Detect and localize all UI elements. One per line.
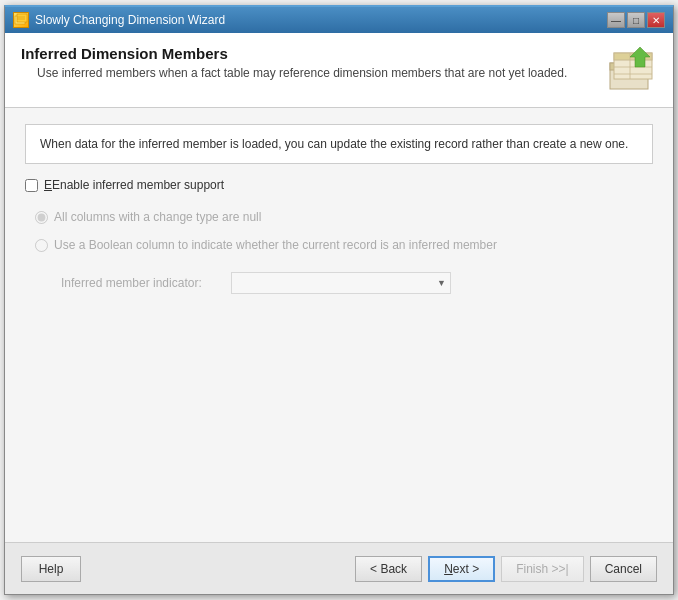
radio-option1-label: All columns with a change type are null (54, 210, 261, 224)
main-window: Slowly Changing Dimension Wizard — □ ✕ I… (4, 5, 674, 595)
radio-option2-label: Use a Boolean column to indicate whether… (54, 238, 497, 252)
radio-option1[interactable] (35, 211, 48, 224)
enable-checkbox-row[interactable]: EEnable inferred member support (25, 178, 653, 192)
footer: Help < Back Next > Finish >>| Cancel (5, 542, 673, 594)
enable-inferred-label[interactable]: EEnable inferred member support (44, 178, 224, 192)
window-icon (13, 12, 29, 28)
info-text: When data for the inferred member is loa… (40, 137, 628, 151)
title-bar-left: Slowly Changing Dimension Wizard (13, 12, 225, 28)
info-box: When data for the inferred member is loa… (25, 124, 653, 164)
title-bar: Slowly Changing Dimension Wizard — □ ✕ (5, 7, 673, 33)
next-button[interactable]: Next > (428, 556, 495, 582)
footer-left: Help (21, 556, 81, 582)
enable-inferred-checkbox[interactable] (25, 179, 38, 192)
header-text: Inferred Dimension Members Use inferred … (21, 45, 592, 80)
footer-right: < Back Next > Finish >>| Cancel (355, 556, 657, 582)
radio-option1-row[interactable]: All columns with a change type are null (35, 210, 653, 224)
header-icon (602, 45, 657, 95)
svg-rect-1 (17, 14, 27, 22)
header-title: Inferred Dimension Members (21, 45, 592, 62)
window-title: Slowly Changing Dimension Wizard (35, 13, 225, 27)
cancel-button[interactable]: Cancel (590, 556, 657, 582)
indicator-dropdown-wrapper[interactable] (231, 272, 451, 294)
help-button[interactable]: Help (21, 556, 81, 582)
restore-button[interactable]: □ (627, 12, 645, 28)
minimize-button[interactable]: — (607, 12, 625, 28)
title-controls: — □ ✕ (607, 12, 665, 28)
indicator-row: Inferred member indicator: (35, 272, 653, 294)
header-section: Inferred Dimension Members Use inferred … (5, 33, 673, 108)
radio-option2[interactable] (35, 239, 48, 252)
finish-button: Finish >>| (501, 556, 583, 582)
close-button[interactable]: ✕ (647, 12, 665, 28)
indicator-label: Inferred member indicator: (61, 276, 221, 290)
radio-group: All columns with a change type are null … (25, 210, 653, 294)
indicator-dropdown[interactable] (231, 272, 451, 294)
back-button[interactable]: < Back (355, 556, 422, 582)
radio-option2-row[interactable]: Use a Boolean column to indicate whether… (35, 238, 653, 252)
content-area: When data for the inferred member is loa… (5, 108, 673, 542)
header-subtitle: Use inferred members when a fact table m… (21, 66, 592, 80)
